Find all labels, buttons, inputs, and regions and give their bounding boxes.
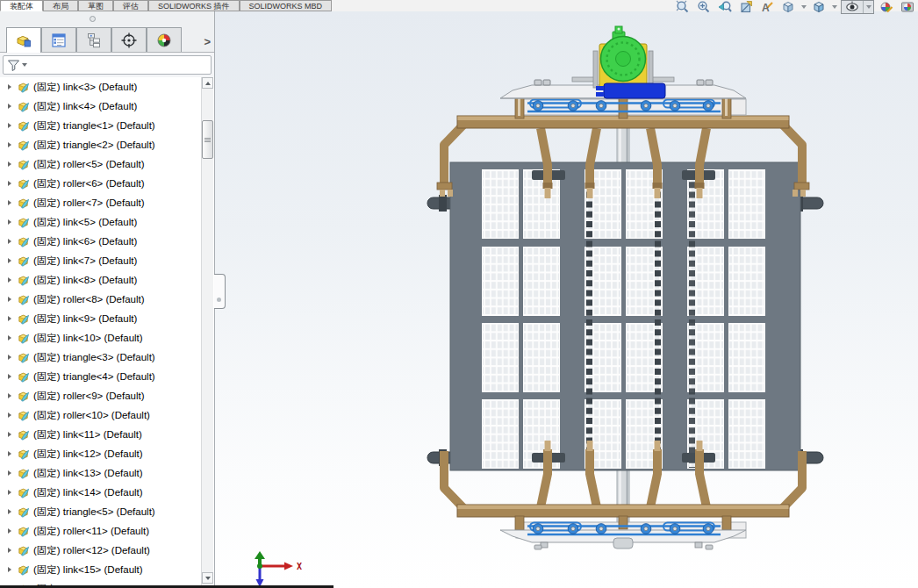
tree-item[interactable]: (固定) roller<7> (Default) <box>0 193 214 212</box>
expand-arrow-icon[interactable] <box>8 470 11 476</box>
expand-arrow-icon[interactable] <box>8 200 11 205</box>
filter-input[interactable] <box>3 55 212 75</box>
display-style-icon[interactable] <box>810 0 828 14</box>
zoom-to-fit-icon[interactable] <box>674 0 692 14</box>
tree-item[interactable]: (固定) triangle<1> (Default) <box>0 116 214 135</box>
expand-arrow-icon[interactable] <box>8 258 11 263</box>
tree-item[interactable]: (固定) link<12> (Default) <box>0 444 214 463</box>
panel-splitter-handle[interactable] <box>214 274 226 309</box>
dimxpert-manager-tab[interactable] <box>111 27 147 52</box>
expand-arrow-icon[interactable] <box>8 528 11 534</box>
tree-item-label: (固定) roller<9> (Default) <box>33 390 145 403</box>
expand-arrow-icon[interactable] <box>8 84 11 90</box>
view-orientation-icon[interactable] <box>779 0 797 14</box>
configuration-manager-tab[interactable] <box>76 27 111 52</box>
command-tab[interactable]: SOLIDWORKS MBD <box>240 0 333 11</box>
panel-frame <box>450 162 800 470</box>
tree-item[interactable]: (固定) triangle<4> (Default) <box>0 367 214 386</box>
part-icon <box>17 544 30 557</box>
tree-item[interactable]: (固定) triangle<5> (Default) <box>0 502 214 521</box>
tree-item[interactable]: (固定) roller<8> (Default) <box>0 290 214 309</box>
scroll-up-button[interactable] <box>202 77 213 89</box>
part-icon <box>17 177 30 190</box>
scroll-down-button[interactable] <box>202 572 213 584</box>
tree-item[interactable]: (固定) link<4> (Default) <box>0 97 214 116</box>
display-manager-ball-icon <box>155 32 173 49</box>
tree-item[interactable]: (固定) link<10> (Default) <box>0 328 214 348</box>
property-manager-tab[interactable] <box>41 27 76 52</box>
expand-arrow-icon[interactable] <box>8 161 11 167</box>
tree-item[interactable]: (固定) link<8> (Default) <box>0 270 214 290</box>
tree-scrollbar[interactable] <box>201 77 213 585</box>
expand-arrow-icon[interactable] <box>8 219 11 225</box>
tree-item[interactable]: (固定) triangle<3> (Default) <box>0 348 214 367</box>
tree-item[interactable]: (固定) roller<11> (Default) <box>0 521 214 541</box>
tree-item[interactable]: (固定) link<7> (Default) <box>0 251 214 270</box>
expand-arrow-icon[interactable] <box>8 142 11 147</box>
expand-arrow-icon[interactable] <box>8 297 11 302</box>
expand-arrow-icon[interactable] <box>8 490 11 495</box>
tree-item[interactable]: (固定) roller<5> (Default) <box>0 154 214 174</box>
filter-dropdown-caret[interactable] <box>22 63 27 67</box>
expand-arrow-icon[interactable] <box>8 567 11 572</box>
display-style-dropdown[interactable] <box>832 5 837 9</box>
tree-item[interactable]: (固定) link<11> (Default) <box>0 425 214 444</box>
expand-arrow-icon[interactable] <box>8 123 11 128</box>
feature-manager-tab[interactable] <box>6 27 41 53</box>
expand-arrow-icon[interactable] <box>8 104 11 109</box>
tree-item[interactable]: (固定) triangle<2> (Default) <box>0 135 214 154</box>
zoom-to-area-icon[interactable] <box>695 0 713 14</box>
command-tab[interactable]: SOLIDWORKS 插件 <box>148 0 240 11</box>
expand-arrow-icon[interactable] <box>8 335 11 341</box>
tree-item-label: (固定) link<14> (Default) <box>33 486 143 499</box>
section-view-icon[interactable] <box>737 0 755 14</box>
expand-arrow-icon[interactable] <box>8 277 11 283</box>
tree-item[interactable]: (固定) roller<9> (Default) <box>0 386 214 405</box>
expand-arrow-icon[interactable] <box>8 393 11 398</box>
assembly-model[interactable]: X <box>215 11 918 588</box>
tree-item[interactable]: (固定) link<14> (Default) <box>0 483 214 502</box>
command-tab[interactable]: 草图 <box>78 0 113 11</box>
expand-arrow-icon[interactable] <box>8 509 11 514</box>
expand-arrow-icon[interactable] <box>8 451 11 456</box>
hide-show-items-dropdown[interactable] <box>866 5 871 9</box>
expand-arrow-icon[interactable] <box>8 432 11 437</box>
expand-arrow-icon[interactable] <box>8 374 11 379</box>
tree-item[interactable]: (固定) roller<6> (Default) <box>0 174 214 193</box>
part-icon <box>17 100 30 113</box>
view-orientation-dropdown[interactable] <box>801 5 807 9</box>
pushpin-icon[interactable] <box>90 16 96 22</box>
annotation-visibility-icon[interactable]: A <box>758 0 776 14</box>
expand-arrow-icon[interactable] <box>8 316 11 321</box>
apply-scene-icon[interactable] <box>899 0 916 14</box>
tree-item[interactable]: (固定) link<13> (Default) <box>0 463 214 483</box>
scrollbar-thumb[interactable] <box>202 120 213 159</box>
tree-item-label: (固定) roller<7> (Default) <box>33 197 145 210</box>
display-manager-tab[interactable] <box>147 27 182 52</box>
command-tab[interactable]: 布局 <box>43 0 78 11</box>
previous-view-icon[interactable] <box>716 0 734 14</box>
tree-item[interactable]: (固定) link<6> (Default) <box>0 232 214 251</box>
expand-arrow-icon[interactable] <box>8 181 11 186</box>
expand-arrow-icon[interactable] <box>8 412 11 418</box>
command-tab[interactable]: 装配体 <box>0 0 43 11</box>
expand-arrow-icon[interactable] <box>8 239 11 244</box>
tree-item[interactable]: (固定) link<5> (Default) <box>0 212 214 232</box>
panel-expand-chevron[interactable]: > <box>204 37 211 47</box>
edit-appearance-icon[interactable] <box>878 0 895 14</box>
tree-item[interactable]: (固定) link<3> (Default) <box>0 77 214 97</box>
part-icon <box>17 119 30 133</box>
tree-item[interactable]: (固定) link<9> (Default) <box>0 309 214 328</box>
tree-item[interactable]: (固定) link<16> (Default) <box>0 579 214 585</box>
part-icon <box>17 235 30 248</box>
reference-triad: X <box>255 551 302 587</box>
graphics-viewport[interactable]: X <box>215 11 918 588</box>
tree-item[interactable]: (固定) roller<10> (Default) <box>0 405 214 425</box>
feature-tree: (固定) link<3> (Default) (固定) link<4> (Def… <box>0 77 214 585</box>
tree-item[interactable]: (固定) link<15> (Default) <box>0 560 214 579</box>
expand-arrow-icon[interactable] <box>8 548 11 553</box>
expand-arrow-icon[interactable] <box>8 355 11 360</box>
tree-item[interactable]: (固定) roller<12> (Default) <box>0 541 214 560</box>
hide-show-items-icon[interactable] <box>843 0 861 14</box>
command-tab[interactable]: 评估 <box>113 0 148 11</box>
